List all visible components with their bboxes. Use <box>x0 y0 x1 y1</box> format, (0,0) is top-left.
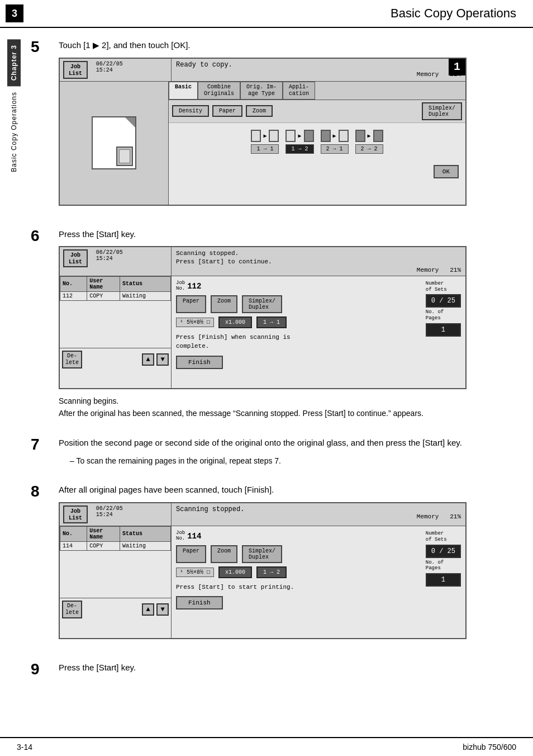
num-sets-value-6: 0 / 25 <box>426 294 461 308</box>
page-icon-2to2-dst <box>373 130 383 142</box>
page-footer: 3-14 bizhub 750/600 <box>0 737 533 756</box>
doc-corner <box>125 117 135 127</box>
screen8-spacer <box>60 551 171 596</box>
finish-button-6[interactable]: Finish <box>176 356 223 369</box>
screen5-body: Basic CombineOriginals Orig. Im-age Type… <box>60 82 465 205</box>
step-7-number: 7 <box>31 437 53 452</box>
step-5-number: 5 <box>31 39 53 55</box>
col-status-8: Status <box>120 526 171 541</box>
screen8-memory: Memory 21% <box>176 513 461 520</box>
page-icon-2to1-dst <box>339 130 349 142</box>
screen5-date: 06/22/0515:24 <box>96 61 123 73</box>
down-arrow-button-6[interactable]: ▼ <box>156 353 169 366</box>
product-name: bizhub 750/600 <box>463 743 516 752</box>
page-icon-1to1-dst <box>269 130 279 142</box>
up-arrow-button-6[interactable]: ▲ <box>142 353 154 366</box>
col-no-8: No. <box>60 526 87 541</box>
screen8-date: 06/22/0515:24 <box>96 505 123 518</box>
tab-orig-image[interactable]: Orig. Im-age Type <box>240 82 283 100</box>
mode-2to2-pages: ▶ <box>355 130 383 142</box>
zoom-button[interactable]: Zoom <box>246 105 273 117</box>
screen8-left-bottom: De-lete ▲ ▼ <box>60 598 171 621</box>
finish-button-8[interactable]: Finish <box>176 596 223 609</box>
table-row: 112 COPY Waiting <box>60 291 171 300</box>
screen8-body: No. UserName Status 114 COPY Waiting <box>60 526 465 638</box>
ok-button[interactable]: OK <box>434 165 459 178</box>
mode-2to2-label[interactable]: 2 → 2 <box>355 144 383 154</box>
job-list-button[interactable]: JobList <box>63 61 88 79</box>
screen5-top-bar: JobList 06/22/0515:24 Ready to copy. Mem… <box>60 59 465 82</box>
step-7-content: Position the second page or second side … <box>59 437 516 467</box>
screen6-status: Scanning stopped.Press [Start] to contin… <box>172 247 465 276</box>
step-9: 9 Press the [Start] key. <box>31 662 516 680</box>
no-pages-label-6: No. ofPages <box>426 309 461 322</box>
screen5-ok-area: OK <box>169 160 465 165</box>
step-6: 6 Press the [Start] key. JobList 06/22/0… <box>31 228 516 420</box>
screen5-btn-row: Density Paper Zoom Simplex/Duplex <box>169 100 465 123</box>
delete-button-8[interactable]: De-lete <box>62 601 82 618</box>
num-sets-label-8: Numberof Sets <box>426 531 461 543</box>
screen6-left-panel: No. UserName Status 112 COPY Waiting <box>60 276 172 388</box>
sidebar-chapter-label: Chapter 3 <box>7 39 21 86</box>
zoom-btn-6[interactable]: Zoom <box>211 295 237 313</box>
screen8-status: Scanning stopped. Memory 21% <box>172 503 465 526</box>
mode-1to1: ▶ 1 → 1 <box>251 130 279 154</box>
delete-button-6[interactable]: De-lete <box>62 351 82 368</box>
step-6-content: Press the [Start] key. JobList 06/22/051… <box>59 228 516 420</box>
col-username: UserName <box>87 276 120 291</box>
mode-1to2: ▶ 1 → 2 <box>285 130 313 154</box>
zoom-btn-8[interactable]: Zoom <box>211 545 237 563</box>
screen6-right-panel: Numberof Sets 0 / 25 No. ofPages 1 JobNo… <box>172 276 465 388</box>
mode-2to1-label[interactable]: 2 → 1 <box>321 144 349 154</box>
screen8-right-panel: Numberof Sets 0 / 25 No. ofPages 1 JobNo… <box>172 526 465 638</box>
simplex-btn-6[interactable]: Simplex/Duplex <box>242 295 282 313</box>
job-no-cell: 112 <box>60 291 87 300</box>
screen8-job-info: JobNo. 114 <box>176 531 426 542</box>
screen6-status-msg: Scanning stopped.Press [Start] to contin… <box>176 249 461 267</box>
step-9-text: Press the [Start] key. <box>59 662 516 674</box>
paper-btn-8[interactable]: Paper <box>176 545 206 563</box>
screen5-tab-bar: Basic CombineOriginals Orig. Im-age Type… <box>169 82 465 100</box>
paper-button[interactable]: Paper <box>212 105 242 117</box>
down-arrow-button-8[interactable]: ▼ <box>156 603 169 616</box>
step-9-content: Press the [Start] key. <box>59 662 516 680</box>
page-icon-1to1-src <box>251 130 261 142</box>
screen6-memory: Memory 21% <box>176 267 461 273</box>
job-status-cell: Waiting <box>120 291 171 300</box>
up-arrow-button-8[interactable]: ▲ <box>142 603 154 616</box>
tab-combine-originals[interactable]: CombineOriginals <box>198 82 240 100</box>
screen5-right-panel: Basic CombineOriginals Orig. Im-age Type… <box>169 82 465 205</box>
screen5-status: Ready to copy. Memory 21% <box>172 59 465 81</box>
step-6-number: 6 <box>31 228 53 244</box>
simplex-btn-8[interactable]: Simplex/Duplex <box>242 545 282 563</box>
step-8-text: After all original pages have been scann… <box>59 484 516 497</box>
screen6-message: Press [Finish] when scanning iscomplete. <box>176 333 461 351</box>
paper-btn-6[interactable]: Paper <box>176 295 206 313</box>
mode-1to1-pages: ▶ <box>251 130 279 142</box>
chapter-number: 3 <box>12 8 17 20</box>
screen-6: JobList 06/22/0515:24 Scanning stopped.P… <box>59 246 467 389</box>
doc-page <box>119 149 130 163</box>
step-6-subtext: Scanning begins. After the original has … <box>59 395 516 420</box>
tab-application[interactable]: Appli-cation <box>283 82 315 100</box>
page-icon-2to1-src <box>321 130 331 142</box>
doc-inner <box>116 147 133 166</box>
chapter-number-box: 3 <box>6 4 23 22</box>
arrow-1to1: ▶ <box>263 133 266 139</box>
screen8-job-table: No. UserName Status 114 COPY Waiting <box>60 526 171 551</box>
screen8-job-list[interactable]: JobList <box>63 505 88 523</box>
mode-1to2-label[interactable]: 1 → 2 <box>285 144 313 154</box>
step-9-number: 9 <box>31 662 53 677</box>
job-name-cell: COPY <box>87 291 120 300</box>
page-icon-1to2-dst <box>304 130 314 142</box>
density-button[interactable]: Density <box>172 105 209 117</box>
screen8-message: Press [Start] to start printing. <box>176 583 461 592</box>
tab-basic[interactable]: Basic <box>169 82 198 100</box>
page-icon-2to2-src <box>355 130 365 142</box>
table-header-row-8: No. UserName Status <box>60 526 171 541</box>
screen-8: JobList 06/22/0515:24 Scanning stopped. … <box>59 502 467 639</box>
simplex-duplex-button[interactable]: Simplex/Duplex <box>422 102 462 120</box>
mode-1to1-label[interactable]: 1 → 1 <box>251 144 279 154</box>
screen6-job-list[interactable]: JobList <box>63 249 88 267</box>
arrow-2to1: ▶ <box>333 133 336 139</box>
